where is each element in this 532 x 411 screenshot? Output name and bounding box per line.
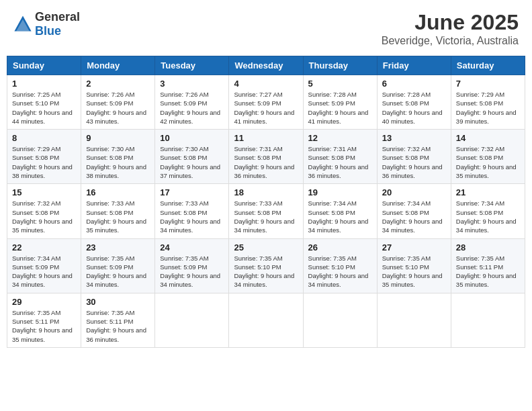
header: General Blue June 2025 Beveridge, Victor… bbox=[7, 7, 525, 50]
month-title: June 2025 bbox=[382, 10, 519, 35]
day-number: 4 bbox=[234, 79, 298, 89]
logo: General Blue bbox=[13, 10, 80, 38]
day-cell: 7Sunrise: 7:29 AM Sunset: 5:08 PM Daylig… bbox=[451, 75, 525, 130]
weekday-header-monday: Monday bbox=[81, 56, 155, 75]
day-cell bbox=[451, 293, 525, 347]
day-cell: 13Sunrise: 7:32 AM Sunset: 5:08 PM Dayli… bbox=[377, 130, 451, 184]
day-info: Sunrise: 7:35 AM Sunset: 5:09 PM Dayligh… bbox=[86, 254, 150, 289]
weekday-header-saturday: Saturday bbox=[451, 56, 525, 75]
day-number: 28 bbox=[456, 242, 520, 253]
day-info: Sunrise: 7:34 AM Sunset: 5:08 PM Dayligh… bbox=[382, 199, 446, 234]
day-cell: 8Sunrise: 7:29 AM Sunset: 5:08 PM Daylig… bbox=[7, 130, 81, 184]
day-number: 24 bbox=[160, 242, 224, 253]
day-cell bbox=[377, 293, 451, 347]
day-cell: 21Sunrise: 7:34 AM Sunset: 5:08 PM Dayli… bbox=[451, 184, 525, 238]
weekday-header-wednesday: Wednesday bbox=[229, 56, 303, 75]
day-info: Sunrise: 7:34 AM Sunset: 5:08 PM Dayligh… bbox=[456, 199, 520, 234]
day-cell: 18Sunrise: 7:33 AM Sunset: 5:08 PM Dayli… bbox=[229, 184, 303, 238]
day-info: Sunrise: 7:33 AM Sunset: 5:08 PM Dayligh… bbox=[160, 199, 224, 234]
day-info: Sunrise: 7:27 AM Sunset: 5:09 PM Dayligh… bbox=[234, 90, 298, 126]
day-number: 29 bbox=[12, 297, 76, 307]
logo-general-text: General bbox=[35, 10, 80, 24]
day-cell: 24Sunrise: 7:35 AM Sunset: 5:09 PM Dayli… bbox=[155, 238, 229, 293]
day-number: 27 bbox=[382, 242, 446, 253]
day-number: 20 bbox=[382, 187, 446, 197]
logo-icon bbox=[13, 15, 32, 34]
day-cell: 19Sunrise: 7:34 AM Sunset: 5:08 PM Dayli… bbox=[303, 184, 377, 238]
day-number: 11 bbox=[234, 133, 298, 143]
day-cell: 23Sunrise: 7:35 AM Sunset: 5:09 PM Dayli… bbox=[81, 238, 155, 293]
day-number: 10 bbox=[160, 133, 224, 143]
day-number: 14 bbox=[456, 133, 520, 143]
weekday-header-tuesday: Tuesday bbox=[155, 56, 229, 75]
day-info: Sunrise: 7:28 AM Sunset: 5:08 PM Dayligh… bbox=[382, 90, 446, 126]
day-info: Sunrise: 7:25 AM Sunset: 5:10 PM Dayligh… bbox=[12, 90, 76, 126]
day-cell: 2Sunrise: 7:26 AM Sunset: 5:09 PM Daylig… bbox=[81, 75, 155, 130]
day-cell: 1Sunrise: 7:25 AM Sunset: 5:10 PM Daylig… bbox=[7, 75, 81, 130]
day-info: Sunrise: 7:32 AM Sunset: 5:08 PM Dayligh… bbox=[456, 144, 520, 180]
day-cell: 30Sunrise: 7:35 AM Sunset: 5:11 PM Dayli… bbox=[81, 293, 155, 347]
day-info: Sunrise: 7:35 AM Sunset: 5:11 PM Dayligh… bbox=[86, 308, 150, 344]
day-cell: 6Sunrise: 7:28 AM Sunset: 5:08 PM Daylig… bbox=[377, 75, 451, 130]
day-number: 22 bbox=[12, 242, 76, 253]
day-number: 3 bbox=[160, 79, 224, 89]
week-row-2: 8Sunrise: 7:29 AM Sunset: 5:08 PM Daylig… bbox=[7, 130, 525, 184]
day-cell: 3Sunrise: 7:26 AM Sunset: 5:09 PM Daylig… bbox=[155, 75, 229, 130]
day-cell: 25Sunrise: 7:35 AM Sunset: 5:10 PM Dayli… bbox=[229, 238, 303, 293]
day-number: 5 bbox=[308, 79, 372, 89]
week-row-1: 1Sunrise: 7:25 AM Sunset: 5:10 PM Daylig… bbox=[7, 75, 525, 130]
day-info: Sunrise: 7:29 AM Sunset: 5:08 PM Dayligh… bbox=[12, 144, 76, 180]
day-cell: 26Sunrise: 7:35 AM Sunset: 5:10 PM Dayli… bbox=[303, 238, 377, 293]
day-cell: 22Sunrise: 7:34 AM Sunset: 5:09 PM Dayli… bbox=[7, 238, 81, 293]
day-cell bbox=[229, 293, 303, 347]
logo-blue-text: Blue bbox=[35, 24, 61, 38]
title-area: June 2025 Beveridge, Victoria, Australia bbox=[382, 10, 519, 47]
day-number: 8 bbox=[12, 133, 76, 143]
day-cell: 16Sunrise: 7:33 AM Sunset: 5:08 PM Dayli… bbox=[81, 184, 155, 238]
day-info: Sunrise: 7:35 AM Sunset: 5:11 PM Dayligh… bbox=[12, 308, 76, 344]
day-info: Sunrise: 7:28 AM Sunset: 5:09 PM Dayligh… bbox=[308, 90, 372, 126]
day-number: 21 bbox=[456, 187, 520, 197]
day-info: Sunrise: 7:30 AM Sunset: 5:08 PM Dayligh… bbox=[160, 144, 224, 180]
day-number: 1 bbox=[12, 79, 76, 89]
day-number: 2 bbox=[86, 79, 150, 89]
day-cell bbox=[155, 293, 229, 347]
calendar-table: SundayMondayTuesdayWednesdayThursdayFrid… bbox=[7, 56, 525, 348]
day-cell: 9Sunrise: 7:30 AM Sunset: 5:08 PM Daylig… bbox=[81, 130, 155, 184]
day-number: 25 bbox=[234, 242, 298, 253]
day-cell: 10Sunrise: 7:30 AM Sunset: 5:08 PM Dayli… bbox=[155, 130, 229, 184]
day-info: Sunrise: 7:32 AM Sunset: 5:08 PM Dayligh… bbox=[382, 144, 446, 180]
day-number: 19 bbox=[308, 187, 372, 197]
day-number: 9 bbox=[86, 133, 150, 143]
day-number: 18 bbox=[234, 187, 298, 197]
day-number: 7 bbox=[456, 79, 520, 89]
day-info: Sunrise: 7:35 AM Sunset: 5:11 PM Dayligh… bbox=[456, 254, 520, 289]
day-number: 16 bbox=[86, 187, 150, 197]
day-info: Sunrise: 7:35 AM Sunset: 5:10 PM Dayligh… bbox=[382, 254, 446, 289]
day-info: Sunrise: 7:31 AM Sunset: 5:08 PM Dayligh… bbox=[234, 144, 298, 180]
day-info: Sunrise: 7:35 AM Sunset: 5:10 PM Dayligh… bbox=[234, 254, 298, 289]
day-info: Sunrise: 7:32 AM Sunset: 5:08 PM Dayligh… bbox=[12, 199, 76, 234]
day-number: 12 bbox=[308, 133, 372, 143]
day-cell: 5Sunrise: 7:28 AM Sunset: 5:09 PM Daylig… bbox=[303, 75, 377, 130]
day-info: Sunrise: 7:31 AM Sunset: 5:08 PM Dayligh… bbox=[308, 144, 372, 180]
weekday-header-friday: Friday bbox=[377, 56, 451, 75]
calendar-body: 1Sunrise: 7:25 AM Sunset: 5:10 PM Daylig… bbox=[7, 75, 525, 348]
location-title: Beveridge, Victoria, Australia bbox=[382, 35, 519, 47]
day-number: 26 bbox=[308, 242, 372, 253]
day-info: Sunrise: 7:29 AM Sunset: 5:08 PM Dayligh… bbox=[456, 90, 520, 126]
day-number: 15 bbox=[12, 187, 76, 197]
day-info: Sunrise: 7:35 AM Sunset: 5:09 PM Dayligh… bbox=[160, 254, 224, 289]
day-cell: 15Sunrise: 7:32 AM Sunset: 5:08 PM Dayli… bbox=[7, 184, 81, 238]
day-cell: 12Sunrise: 7:31 AM Sunset: 5:08 PM Dayli… bbox=[303, 130, 377, 184]
day-info: Sunrise: 7:34 AM Sunset: 5:08 PM Dayligh… bbox=[308, 199, 372, 234]
day-info: Sunrise: 7:26 AM Sunset: 5:09 PM Dayligh… bbox=[86, 90, 150, 126]
day-cell: 29Sunrise: 7:35 AM Sunset: 5:11 PM Dayli… bbox=[7, 293, 81, 347]
weekday-header-row: SundayMondayTuesdayWednesdayThursdayFrid… bbox=[7, 56, 525, 75]
day-number: 23 bbox=[86, 242, 150, 253]
day-info: Sunrise: 7:33 AM Sunset: 5:08 PM Dayligh… bbox=[234, 199, 298, 234]
day-info: Sunrise: 7:35 AM Sunset: 5:10 PM Dayligh… bbox=[308, 254, 372, 289]
day-cell: 17Sunrise: 7:33 AM Sunset: 5:08 PM Dayli… bbox=[155, 184, 229, 238]
day-cell: 28Sunrise: 7:35 AM Sunset: 5:11 PM Dayli… bbox=[451, 238, 525, 293]
day-number: 30 bbox=[86, 297, 150, 307]
